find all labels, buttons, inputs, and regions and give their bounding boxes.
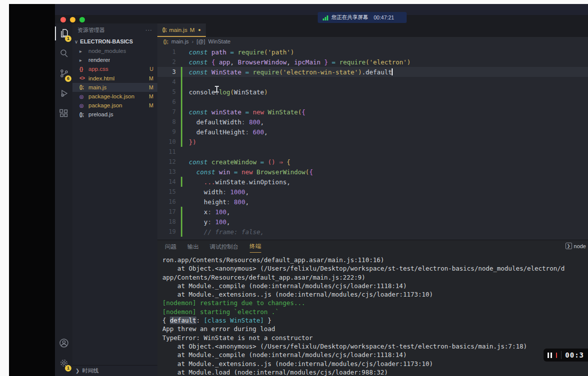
run-debug-activity-button[interactable] <box>55 83 72 103</box>
code-line-5[interactable]: 5console.log(WinState) <box>157 87 588 97</box>
timeline-section[interactable]: ❯ 时间线 <box>72 365 157 376</box>
panel-tab-终端[interactable]: 终端 <box>250 241 261 253</box>
terminal-line: [nodemon] starting `electron .` <box>162 308 588 317</box>
source-control-activity-button[interactable]: 6 <box>55 63 72 83</box>
line-number: 10 <box>157 138 176 145</box>
code-line-12[interactable]: 12const createWindow = () ⇒ { <box>157 157 588 167</box>
git-change-gutter <box>176 77 189 87</box>
code-line-14[interactable]: 14 ...winState.winOptions, <box>157 177 588 187</box>
git-change-gutter <box>176 147 189 157</box>
symbol-icon: [@] <box>197 38 205 44</box>
minimize-window-button[interactable] <box>70 17 75 22</box>
file-item-main.js[interactable]: ();main.jsM <box>72 83 157 92</box>
git-change-gutter <box>176 197 189 207</box>
code-text: const { app, BrowserWindow, ipcMain } = … <box>189 58 411 66</box>
git-status-badge: M <box>149 93 153 99</box>
file-item-index.html[interactable]: <>index.htmlM <box>72 74 157 83</box>
code-line-8[interactable]: 8 defaultWidth: 800, <box>157 117 588 127</box>
code-line-18[interactable]: 18 y: 100, <box>157 217 588 227</box>
code-line-17[interactable]: 17 x: 100, <box>157 207 588 217</box>
npm-file-icon: ◎ <box>79 103 88 108</box>
file-item-package.json[interactable]: ◎package.jsonM <box>72 101 157 110</box>
git-change-gutter <box>176 227 189 237</box>
terminal-output[interactable]: ron.app/Contents/Resources/default_app.a… <box>162 256 588 376</box>
text-cursor <box>392 68 393 75</box>
code-line-16[interactable]: 16 height: 800, <box>157 197 588 207</box>
file-name: package-lock.json <box>88 93 134 99</box>
terminal-line: at Module._extensions..js (node:internal… <box>162 291 588 299</box>
code-editor[interactable]: 1const path = require('path')2const { ap… <box>157 46 588 240</box>
tab-main-js[interactable]: (); main.js M ● <box>157 23 206 37</box>
sidebar-title: 资源管理器 <box>77 26 105 34</box>
code-text: const WinState = require('electron-win-s… <box>189 68 393 76</box>
code-line-4[interactable]: 4 <box>157 77 588 87</box>
file-item-preload.js[interactable]: ();preload.js <box>72 110 157 119</box>
file-item-renderer[interactable]: ▸renderer <box>72 55 157 64</box>
code-text: const createWindow = () ⇒ { <box>189 158 290 166</box>
code-line-3[interactable]: 3const WinState = require('electron-win-… <box>157 67 588 77</box>
share-timer: 00:47:21 <box>374 14 394 20</box>
line-number: 2 <box>157 58 176 65</box>
stop-recording-button[interactable] <box>556 353 558 358</box>
code-line-6[interactable]: 6 <box>157 97 588 107</box>
explorer-badge: 1 <box>65 35 71 42</box>
line-number: 5 <box>157 88 176 95</box>
breadcrumb[interactable]: (); main.js › [@] WinState <box>157 37 588 46</box>
project-root-folder[interactable]: ∨ ELECTRON-BASICS <box>72 36 157 46</box>
git-change-gutter <box>176 137 189 147</box>
line-number: 4 <box>157 78 176 85</box>
search-activity-button[interactable] <box>55 43 72 63</box>
scm-badge: 6 <box>65 75 71 82</box>
git-change-gutter <box>176 157 189 167</box>
code-text: const path = require('path') <box>189 48 294 56</box>
file-item-package-lock.json[interactable]: ◎package-lock.jsonM <box>72 92 157 101</box>
file-name: package.json <box>88 102 122 108</box>
file-item-app.css[interactable]: {}app.cssU <box>72 64 157 73</box>
panel-tab-问题[interactable]: 问题 <box>165 241 176 253</box>
close-window-button[interactable] <box>60 17 66 22</box>
git-status-badge: M <box>149 84 153 90</box>
css-file-icon: {} <box>79 66 88 72</box>
code-text: width: 1000, <box>189 188 249 196</box>
panel-tab-bar: 问题输出调试控制台终端 <box>157 240 588 253</box>
code-line-19[interactable]: 19 // frame: false, <box>157 227 588 237</box>
code-text: const winState = new WinState({ <box>189 108 305 116</box>
settings-badge: 1 <box>65 365 71 372</box>
panel-tab-调试控制台[interactable]: 调试控制台 <box>210 241 239 253</box>
code-line-2[interactable]: 2const { app, BrowserWindow, ipcMain } =… <box>157 57 588 67</box>
code-line-13[interactable]: 13 const win = new BrowserWindow({ <box>157 167 588 177</box>
extensions-activity-button[interactable] <box>55 103 72 123</box>
signal-bars-icon <box>323 15 328 20</box>
recording-time: 00:3 <box>565 351 584 359</box>
desktop-background: 您正在共享屏幕 00:47:21 <box>9 4 588 376</box>
file-name: preload.js <box>88 111 113 117</box>
more-actions-icon[interactable]: ··· <box>145 27 152 33</box>
code-line-1[interactable]: 1const path = require('path') <box>157 47 588 57</box>
code-text: const win = new BrowserWindow({ <box>189 168 313 176</box>
terminal-line: at Module._compile (node:internal/module… <box>162 351 588 360</box>
explorer-activity-button[interactable]: 1 <box>55 23 72 43</box>
file-name: app.css <box>88 66 108 72</box>
code-line-15[interactable]: 15 width: 1000, <box>157 187 588 197</box>
settings-button[interactable]: 1 <box>55 353 72 373</box>
code-line-7[interactable]: 7const winState = new WinState({ <box>157 107 588 117</box>
terminal-process-indicator[interactable]: ❯ node <box>566 243 586 249</box>
account-button[interactable] <box>55 333 72 353</box>
js-file-icon: (); <box>79 84 88 90</box>
line-number: 7 <box>157 108 176 115</box>
panel-tab-输出[interactable]: 输出 <box>187 241 199 253</box>
screen-share-indicator[interactable]: 您正在共享屏幕 00:47:21 <box>318 12 407 23</box>
code-line-9[interactable]: 9 defaultHeight: 600, <box>157 127 588 137</box>
js-file-icon: (); <box>162 27 167 32</box>
terminal-line: at Object.<anonymous> (/Users/felixlu/De… <box>162 343 588 351</box>
unsaved-dot-icon[interactable]: ● <box>198 27 201 32</box>
pause-recording-button[interactable] <box>548 353 552 358</box>
explorer-sidebar: 资源管理器 ··· ∨ ELECTRON-BASICS ▸node_module… <box>72 23 157 376</box>
file-item-node_modules[interactable]: ▸node_modules <box>72 46 157 55</box>
code-text: x: 100, <box>189 208 230 216</box>
code-line-11[interactable]: 11 <box>157 147 588 157</box>
code-line-10[interactable]: 10}) <box>157 137 588 147</box>
zoom-window-button[interactable] <box>79 17 85 22</box>
terminal-line: at Module._compile (node:internal/module… <box>162 282 588 291</box>
line-number: 16 <box>157 198 176 205</box>
